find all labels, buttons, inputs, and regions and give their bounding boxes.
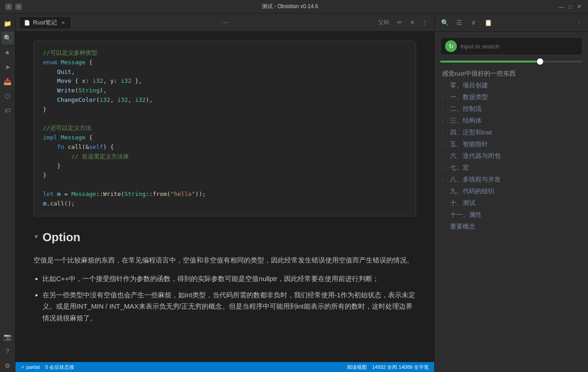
slider-thumb[interactable]: [537, 58, 543, 65]
right-expand-button[interactable]: ›: [574, 17, 584, 28]
sidebar-icon-graph[interactable]: ⬡: [1, 90, 14, 102]
toc-item-2[interactable]: › 二、控制流: [435, 103, 588, 115]
toc-top-item[interactable]: 感觉rust中很好的一些东西: [435, 68, 588, 80]
right-toolbar: 🔍 ☰ # 📋 ›: [435, 14, 588, 32]
toc-item-7[interactable]: › 七、宏: [435, 162, 588, 174]
code-enum-name: Message: [61, 59, 85, 66]
status-word-count: 14932 全闭 14089 全字笔: [372, 364, 429, 371]
toc-arrow-2: ›: [442, 107, 447, 112]
option-intro: 空值是一个比较麻烦的东西，在常见编程语言中，空值和非空值有相同的类型，因此经常发…: [33, 254, 416, 266]
toc-item-9[interactable]: › 九、代码的组织: [435, 186, 588, 197]
title-bar-left: ‹ ›: [5, 4, 22, 10]
toc-arrow-5: ›: [442, 142, 447, 147]
toc-arrow-9: ›: [442, 189, 447, 194]
toc-item-6[interactable]: 六、迭代器与闭包: [435, 150, 588, 162]
app-body: 📁 🔍 ★ ➤ 📥 ⬡ 🏷 📷 ? ⚙ 📄 Rust笔记 ✕ ⋯ 父则 ✏ ✕ …: [0, 14, 588, 372]
close-button[interactable]: ✕: [576, 4, 583, 10]
back-button[interactable]: ‹: [5, 4, 12, 10]
sidebar-icon-tag[interactable]: 🏷: [1, 104, 14, 117]
tab-doc-icon: 📄: [24, 20, 30, 26]
code-comment-2: //还可以定义方法: [43, 124, 91, 131]
status-bar: ✓ partial 0 会后状态接 阅读视图 14932 全闭 14089 全字…: [15, 362, 434, 372]
sidebar-icon-question[interactable]: ?: [1, 345, 14, 358]
right-panel: 🔍 ☰ # 📋 › ↻ 感觉rust中很好的一些东西: [434, 14, 588, 372]
toc-label-6: 六、迭代器与闭包: [450, 152, 501, 160]
option-list: 比如C++中，一个接受指针作为参数的函数，得到的实际参数可能是空值nullptr…: [43, 273, 416, 324]
forward-button[interactable]: ›: [15, 4, 22, 10]
toc-label-5: 五、智能指针: [450, 140, 488, 148]
edit-icon[interactable]: ✏: [394, 17, 405, 28]
content-area[interactable]: //可以定义多种类型 enum Message { Quit, Move { x…: [15, 32, 434, 362]
tab-title: Rust笔记: [33, 19, 57, 27]
toc-label-1: 一、数据类型: [450, 93, 488, 101]
title-bar: ‹ › 测试 - Obsidian v0.14.6 — □ ✕: [0, 0, 588, 14]
list-item-cpp: 比如C++中，一个接受指针作为参数的函数，得到的实际参数可能是空值nullptr…: [43, 273, 416, 285]
sidebar-icon-send[interactable]: ➤: [1, 61, 14, 73]
tab-bar: 📄 Rust笔记 ✕ ⋯ 父则 ✏ ✕ ⋮: [15, 14, 434, 32]
window-controls: — □ ✕: [558, 4, 583, 10]
code-comment-1: //可以定义多种类型: [43, 49, 97, 56]
sidebar-icon-camera[interactable]: 📷: [1, 330, 14, 343]
collapse-arrow[interactable]: ▼: [33, 232, 39, 241]
status-state: 0 会后状态接: [45, 364, 74, 371]
toc-arrow-placeholder: [442, 83, 447, 88]
toc-arrow-3: ›: [442, 119, 447, 124]
toc-item-3[interactable]: › 三、结构体: [435, 115, 588, 127]
toc-item-0[interactable]: 零、项目创建: [435, 80, 588, 91]
maximize-button[interactable]: □: [567, 4, 574, 10]
toc-item-12[interactable]: 重要概念: [435, 221, 588, 233]
toc-arrow-4: ›: [442, 130, 447, 135]
toc-label-2: 二、控制流: [450, 105, 482, 113]
sidebar-icon-search[interactable]: 🔍: [1, 32, 14, 44]
toc-label-4: 四、泛型和trait: [450, 129, 492, 137]
code-block: //可以定义多种类型 enum Message { Quit, Move { x…: [33, 41, 416, 216]
sidebar-icon-files[interactable]: 📁: [1, 17, 14, 30]
slider-fill: [440, 61, 540, 62]
search-green-icon: ↻: [445, 40, 457, 52]
tab-close-button[interactable]: ✕: [60, 19, 66, 26]
toc-label-0: 零、项目创建: [450, 81, 488, 90]
search-input[interactable]: [460, 43, 578, 50]
toc-label-8: 八、多线程与并发: [450, 176, 501, 184]
toc-item-11[interactable]: 十一、属性: [435, 209, 588, 221]
toc-arrow-placeholder-12: [442, 224, 447, 229]
sidebar-icon-inbox[interactable]: 📥: [1, 75, 14, 88]
toc-item-8[interactable]: › 八、多线程与并发: [435, 174, 588, 186]
toc-area: 感觉rust中很好的一些东西 零、项目创建 › 一、数据类型 › 二、控制流 ›…: [435, 66, 588, 372]
toc-label-9: 九、代码的组织: [450, 187, 494, 196]
search-box: ↻: [440, 37, 583, 55]
toc-label-11: 十一、属性: [450, 211, 482, 219]
slider-track[interactable]: [440, 61, 583, 62]
code-enum-kw: enum: [43, 59, 57, 66]
toc-item-10[interactable]: 十、测试: [435, 197, 588, 209]
right-search-icon[interactable]: 🔍: [438, 16, 451, 29]
toc-item-5[interactable]: › 五、智能指针: [435, 138, 588, 150]
toc-arrow-7: ›: [442, 166, 447, 171]
status-read-mode[interactable]: 阅读视图: [347, 364, 367, 371]
more-options-icon[interactable]: ⋮: [420, 17, 431, 28]
toc-item-1[interactable]: › 一、数据类型: [435, 91, 588, 103]
right-list-icon[interactable]: ☰: [453, 16, 465, 29]
close-tab-icon[interactable]: ✕: [407, 17, 418, 28]
right-hash-icon[interactable]: #: [467, 16, 480, 29]
toc-label-12: 重要概念: [450, 223, 475, 231]
code-write: Write: [57, 87, 75, 94]
toc-arrow-placeholder-10: [442, 201, 447, 206]
tab-rust-notes[interactable]: 📄 Rust笔记 ✕: [19, 16, 71, 29]
right-doc-icon[interactable]: 📋: [482, 16, 494, 29]
sidebar-icons: 📁 🔍 ★ ➤ 📥 ⬡ 🏷 📷 ? ⚙: [0, 14, 15, 372]
toc-arrow-8: ›: [442, 177, 447, 182]
toc-item-4[interactable]: › 四、泛型和trait: [435, 127, 588, 138]
slider-area: [435, 59, 588, 66]
toc-arrow-placeholder-11: [442, 213, 447, 218]
toc-arrow-1: ›: [442, 95, 447, 100]
code-move: Move: [57, 77, 71, 84]
list-item-int: 在另一些类型中没有空值也会产生一些麻烦，如int类型，当代码所需的数都非负时，我…: [43, 289, 416, 324]
sidebar-icon-starred[interactable]: ★: [1, 46, 14, 59]
code-quit: Quit: [57, 68, 71, 75]
editor-pane: 📄 Rust笔记 ✕ ⋯ 父则 ✏ ✕ ⋮ //可以定义多种类型 enum Me…: [15, 14, 434, 372]
option-section-header: ▼ Option: [33, 227, 416, 247]
minimize-button[interactable]: —: [558, 4, 564, 10]
tab-more-button[interactable]: ⋯: [219, 17, 230, 28]
sidebar-icon-settings[interactable]: ⚙: [1, 359, 14, 372]
